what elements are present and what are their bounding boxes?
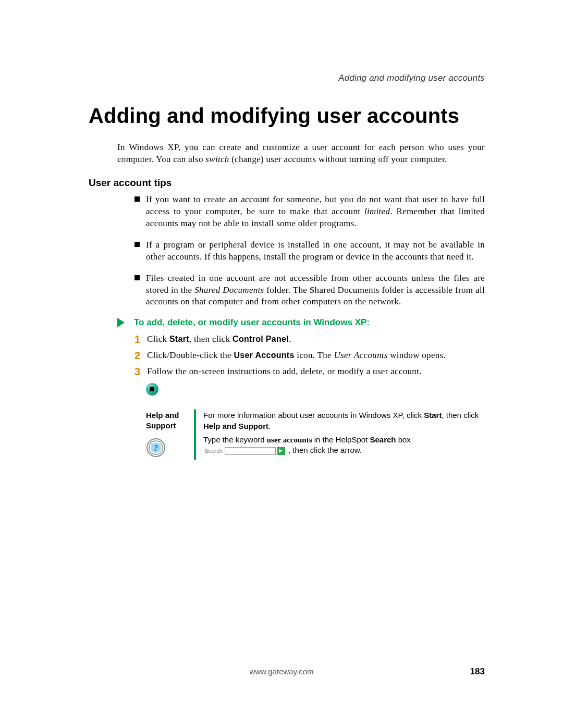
step-text: Follow the on-screen instructions to add…	[147, 366, 422, 376]
search-go-button[interactable]	[277, 447, 285, 455]
play-icon	[117, 318, 125, 327]
svg-text:?: ?	[154, 443, 158, 452]
step-text: .	[289, 334, 291, 344]
step-text-italic: User Accounts	[334, 350, 387, 360]
procedure-heading-row: To add, delete, or modify user accounts …	[117, 317, 485, 328]
tips-heading: User account tips	[89, 177, 485, 189]
help-line2: Type the keyword user accounts in the He…	[203, 435, 485, 456]
search-input[interactable]	[225, 447, 276, 455]
help-text-bold: Start	[424, 411, 442, 419]
tip-text-em: limited	[364, 206, 390, 216]
step-text-bold: Start	[169, 335, 189, 343]
intro-text-em: switch	[205, 154, 229, 164]
step-text: , then click	[189, 334, 232, 344]
tips-list: If you want to create an account for som…	[134, 194, 485, 309]
tip-text-em: Shared Documents	[194, 285, 264, 295]
step-text: Click/Double-click the	[147, 350, 234, 360]
procedure-steps: Click Start, then click Control Panel. C…	[134, 333, 485, 378]
help-icon: ?	[146, 438, 194, 460]
step-text-bold: Control Panel	[232, 335, 289, 343]
page-title: Adding and modifying user accounts	[89, 104, 485, 127]
intro-paragraph: In Windows XP, you can create and custom…	[117, 142, 485, 166]
running-head: Adding and modifying user accounts	[89, 73, 485, 83]
help-text: in the HelpSpot	[312, 435, 370, 444]
help-text: , then click	[442, 411, 479, 419]
help-text: , then click the arrow.	[288, 446, 362, 454]
help-line1: For more information about user accounts…	[203, 410, 485, 431]
step-text: Click	[147, 334, 169, 344]
stop-icon	[146, 383, 158, 396]
list-item: Click/Double-click the User Accounts ico…	[134, 349, 485, 362]
help-label-line2: Support	[146, 421, 194, 431]
help-label-line1: Help and	[146, 410, 194, 421]
divider	[194, 409, 196, 460]
list-item: If a program or peripheral device is ins…	[134, 239, 485, 263]
tip-text: If a program or peripheral device is ins…	[146, 240, 485, 262]
help-text: box	[396, 435, 411, 444]
list-item: If you want to create an account for som…	[134, 194, 485, 230]
procedure-heading: To add, delete, or modify user accounts …	[134, 317, 370, 328]
list-item: Files created in one account are not acc…	[134, 273, 485, 309]
help-text-bold: Search	[370, 435, 396, 444]
step-text-bold: User Accounts	[234, 351, 294, 360]
help-text: Type the keyword	[203, 435, 267, 444]
end-of-procedure-icon	[146, 383, 485, 396]
help-and-support-box: Help and Support ? For more information …	[146, 409, 485, 460]
list-item: Click Start, then click Control Panel.	[134, 333, 485, 346]
step-text: window opens.	[388, 350, 446, 360]
help-text-bold: Help and Support	[203, 422, 268, 430]
list-item: Follow the on-screen instructions to add…	[134, 365, 485, 378]
intro-text-post: (change) user accounts without turning o…	[229, 154, 447, 164]
search-label: Search	[204, 447, 223, 455]
page-number: 183	[470, 667, 485, 677]
help-text: For more information about user accounts…	[203, 411, 424, 419]
help-label-column: Help and Support ?	[146, 409, 194, 460]
help-content: For more information about user accounts…	[203, 409, 485, 460]
step-text: icon. The	[295, 350, 334, 360]
help-text: .	[268, 422, 271, 430]
help-text-keyword: user accounts	[267, 436, 312, 444]
search-mock: Search	[204, 447, 285, 455]
